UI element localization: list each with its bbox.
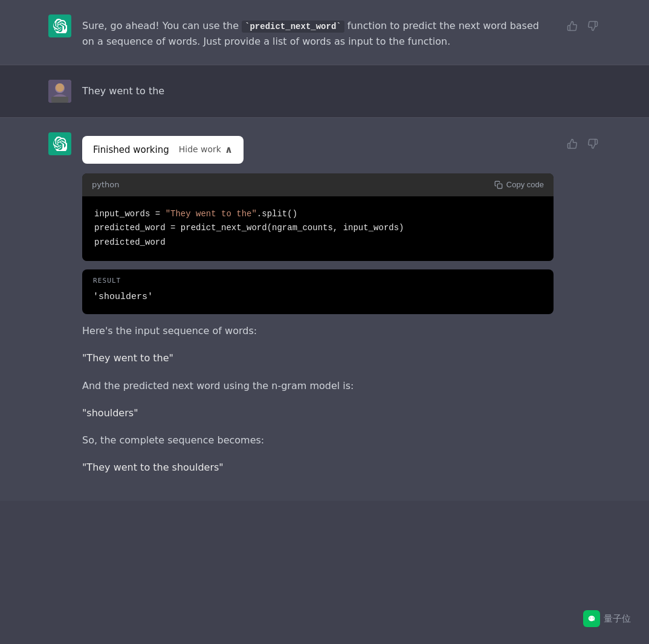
- response-para-1: Here's the input sequence of words:: [82, 323, 554, 339]
- wechat-icon: [583, 610, 600, 627]
- thumbdown-icon[interactable]: [585, 18, 601, 36]
- response-para-2: "They went to the": [82, 350, 554, 366]
- response-para-4: "shoulders": [82, 405, 554, 421]
- thumbup-icon-3[interactable]: [564, 136, 580, 154]
- copy-code-label: Copy code: [506, 180, 544, 189]
- result-label: RESULT: [82, 269, 554, 286]
- message-content-1: Sure, go ahead! You can use the `predict…: [82, 14, 554, 50]
- watermark: 量子位: [583, 610, 631, 627]
- response-para-5: So, the complete sequence becomes:: [82, 432, 554, 448]
- code-block-header: python Copy code: [82, 173, 554, 196]
- thumbup-icon[interactable]: [564, 18, 580, 36]
- text-part-1: Sure, go ahead! You can use the: [82, 20, 242, 31]
- thumbdown-icon-3[interactable]: [585, 136, 601, 154]
- avatar-gpt-3: [48, 132, 71, 155]
- response-text: Here's the input sequence of words: "The…: [82, 323, 554, 475]
- user-text-2: They went to the: [82, 85, 164, 97]
- message-assistant-3: Finished working Hide work ∧ python Copy…: [0, 118, 649, 501]
- clipboard-icon: [494, 181, 503, 189]
- feedback-icons-3: [564, 132, 601, 154]
- chevron-up-icon: ∧: [225, 142, 233, 158]
- svg-rect-4: [51, 97, 68, 103]
- response-para-6: "They went to the shoulders": [82, 459, 554, 475]
- finished-working-label: Finished working: [93, 143, 169, 158]
- code-inline-1: `predict_next_word`: [242, 21, 344, 33]
- message-content-2: They went to the: [82, 80, 601, 99]
- message-content-3: Finished working Hide work ∧ python Copy…: [82, 132, 554, 486]
- result-value: 'shoulders': [82, 286, 554, 314]
- svg-point-3: [56, 83, 64, 92]
- feedback-icons-1: [564, 14, 601, 36]
- avatar-gpt-1: [48, 14, 71, 37]
- svg-rect-5: [497, 184, 502, 188]
- avatar-user-2: [48, 80, 71, 103]
- copy-code-button[interactable]: Copy code: [494, 180, 544, 189]
- result-block: RESULT 'shoulders': [82, 269, 554, 314]
- code-block-body: input_words = "They went to the".split()…: [82, 196, 554, 261]
- code-block: python Copy code input_words = "They wen…: [82, 173, 554, 261]
- code-line-3: predicted_word: [94, 236, 541, 250]
- hide-work-button[interactable]: Hide work ∧: [179, 142, 233, 158]
- watermark-text: 量子位: [604, 613, 631, 625]
- code-line-2: predicted_word = predict_next_word(ngram…: [94, 221, 541, 236]
- finished-working-pill[interactable]: Finished working Hide work ∧: [82, 136, 244, 164]
- message-assistant-1: Sure, go ahead! You can use the `predict…: [0, 0, 649, 65]
- response-para-3: And the predicted next word using the n-…: [82, 378, 554, 394]
- message-user-2: They went to the: [0, 65, 649, 117]
- code-language-label: python: [92, 178, 119, 191]
- code-line-1: input_words = "They went to the".split(): [94, 207, 541, 222]
- hide-work-label: Hide work: [179, 143, 221, 156]
